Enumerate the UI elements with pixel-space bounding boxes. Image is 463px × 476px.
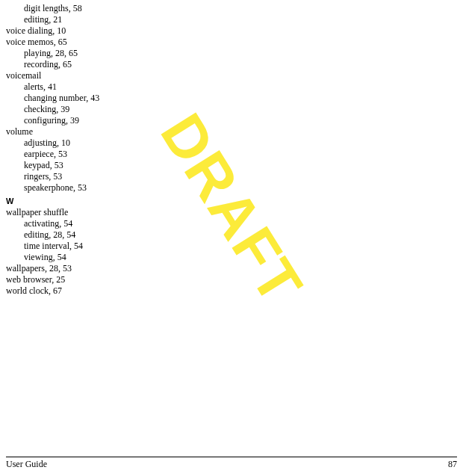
index-entry: adjusting, 10 [24, 137, 457, 149]
index-entry: earpiece, 53 [24, 149, 457, 160]
index-entry: volume [6, 126, 457, 137]
index-entry: editing, 28, 54 [24, 229, 457, 241]
index-entry: voice dialing, 10 [6, 25, 457, 37]
page-number: 87 [448, 459, 457, 470]
index-entry: time interval, 54 [24, 241, 457, 252]
index-entry: alerts, 41 [24, 81, 457, 93]
index-entry: changing number, 43 [24, 93, 457, 104]
index-entry: editing, 21 [24, 14, 457, 25]
index-entry: speakerphone, 53 [24, 182, 457, 194]
index-entry: wallpaper shuffle [6, 207, 457, 218]
index-entry: wallpapers, 28, 53 [6, 263, 457, 274]
index-entry: world clock, 67 [6, 285, 457, 297]
index-entry: viewing, 54 [24, 252, 457, 263]
index-entry: voicemail [6, 70, 457, 81]
index-entry: ringers, 53 [24, 171, 457, 182]
index-entry: configuring, 39 [24, 115, 457, 126]
index-entry: activating, 54 [24, 218, 457, 229]
page: DRAFT digit lengths, 58 editing, 21 voic… [0, 0, 463, 476]
index-content: digit lengths, 58 editing, 21 voice dial… [6, 3, 457, 297]
index-section-letter: W [6, 197, 457, 206]
index-entry: keypad, 53 [24, 160, 457, 171]
index-entry: recording, 65 [24, 59, 457, 70]
footer-title: User Guide [6, 459, 47, 470]
index-entry: playing, 28, 65 [24, 48, 457, 59]
index-entry: checking, 39 [24, 104, 457, 115]
index-entry: digit lengths, 58 [24, 3, 457, 14]
index-entry: web browser, 25 [6, 274, 457, 285]
footer: User Guide 87 [6, 457, 457, 470]
index-entry: voice memos, 65 [6, 37, 457, 48]
